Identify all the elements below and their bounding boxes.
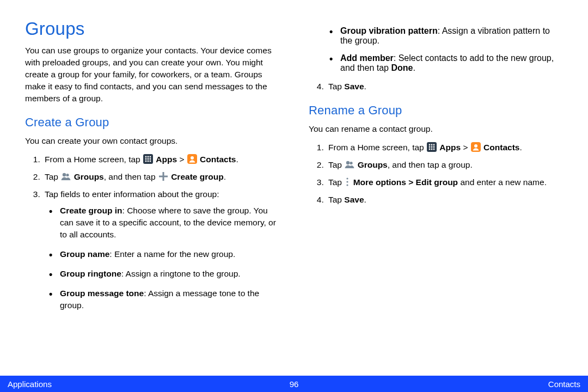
text: From a Home screen, tap (45, 155, 143, 164)
text: . (413, 63, 415, 72)
text: > (461, 143, 470, 152)
contacts-icon (187, 154, 197, 164)
bullet-create-group-in: Create group in: Choose where to save th… (60, 205, 279, 241)
label: Group vibration pattern (340, 26, 438, 35)
save-label: Save (344, 82, 364, 91)
groups-icon (345, 160, 354, 169)
done-label: Done (391, 63, 413, 72)
apps-label: Apps (439, 143, 461, 152)
create-steps-continued: Tap Save. (309, 81, 563, 93)
plus-icon (158, 171, 168, 181)
create-step-3: Tap fields to enter information about th… (42, 188, 279, 311)
text: , and then tap a group. (388, 160, 473, 169)
label: Group name (60, 249, 109, 259)
bullet-group-vibration: Group vibration pattern: Assign a vibrat… (340, 26, 563, 46)
text: Tap (45, 172, 60, 181)
bullet-group-ringtone: Group ringtone: Assign a ringtone to the… (60, 268, 279, 280)
page-title: Groups (25, 19, 279, 39)
text: > (177, 155, 187, 164)
footer-left: Applications (8, 379, 52, 389)
text: . (224, 172, 226, 181)
apps-icon (143, 154, 153, 164)
label: Group ringtone (60, 269, 121, 278)
text: , and then tap (104, 172, 158, 181)
contacts-icon (471, 142, 481, 152)
contacts-label: Contacts (483, 143, 519, 152)
bullet-group-message-tone: Group message tone: Assign a message ton… (60, 287, 279, 311)
save-label: Save (344, 195, 364, 204)
text: : Assign a ringtone to the group. (121, 269, 241, 278)
rename-step-4: Tap Save. (326, 194, 563, 206)
text: . (364, 82, 366, 91)
footer-bar: Applications 96 Contacts (0, 376, 588, 392)
create-step-2: Tap Groups, and then tap Create group. (42, 171, 279, 183)
footer-right: Contacts (548, 379, 580, 389)
rename-step-3: Tap More options > Edit group and enter … (326, 176, 563, 188)
create-group-heading: Create a Group (25, 115, 279, 130)
create-bullets: Create group in: Choose where to save th… (45, 205, 279, 311)
text: Tap (328, 177, 344, 187)
apps-label: Apps (156, 155, 177, 164)
create-bullets-continued: Group vibration pattern: Assign a vibrat… (309, 26, 563, 73)
rename-group-heading: Rename a Group (309, 103, 563, 118)
label: Create group in (60, 206, 122, 215)
text: : Enter a name for the new group. (109, 249, 235, 259)
bullet-group-name: Group name: Enter a name for the new gro… (60, 248, 279, 260)
more-options-label: More options > Edit group (353, 177, 458, 187)
rename-group-sub: You can rename a contact group. (309, 123, 563, 135)
label: Add member (340, 53, 394, 63)
create-group-label: Create group (171, 172, 223, 181)
text: Tap (328, 195, 344, 204)
groups-icon (61, 171, 71, 181)
left-column: Groups You can use groups to organize yo… (25, 19, 279, 319)
bullet-add-member: Add member: Select contacts to add to th… (340, 53, 563, 73)
page-body: Groups You can use groups to organize yo… (0, 0, 588, 319)
more-options-icon (345, 177, 350, 187)
rename-step-2: Tap Groups, and then tap a group. (326, 159, 563, 171)
rename-steps: From a Home screen, tap Apps > Contacts.… (309, 142, 563, 206)
create-step-4: Tap Save. (326, 81, 563, 93)
text: . (519, 143, 522, 152)
groups-label: Groups (358, 160, 388, 169)
text: From a Home screen, tap (328, 143, 426, 152)
create-step-1: From a Home screen, tap Apps > Contacts. (42, 154, 279, 166)
apps-icon (427, 142, 437, 152)
text: and enter a new name. (458, 177, 547, 187)
create-steps: From a Home screen, tap Apps > Contacts.… (25, 154, 279, 311)
create-group-sub: You can create your own contact groups. (25, 135, 279, 147)
right-column: Group vibration pattern: Assign a vibrat… (309, 19, 563, 319)
text: Tap (328, 82, 344, 91)
label: Group message tone (60, 289, 144, 298)
groups-label: Groups (74, 172, 104, 181)
text: Tap (328, 160, 344, 169)
text: Tap fields to enter information about th… (45, 189, 219, 199)
footer-page-number: 96 (290, 379, 299, 389)
rename-step-1: From a Home screen, tap Apps > Contacts. (326, 142, 563, 154)
text: . (364, 195, 366, 204)
contacts-label: Contacts (200, 155, 236, 164)
intro-paragraph: You can use groups to organize your cont… (25, 45, 279, 105)
text: . (236, 155, 238, 164)
